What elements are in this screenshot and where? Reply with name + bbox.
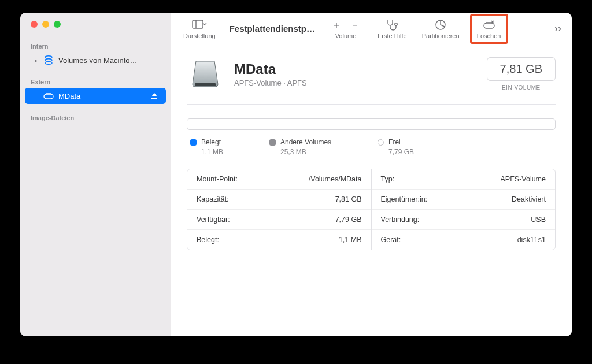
volume-subtitle: APFS-Volume · APFS [234, 79, 307, 87]
sidebar-section-images: Image-Dateien [20, 110, 171, 124]
svg-rect-6 [193, 20, 203, 28]
content: MData APFS-Volume · APFS 7,81 GB EIN VOL… [171, 45, 572, 262]
volume-size-caption: EIN VOLUME [487, 84, 556, 91]
erase-button-highlight: Löschen [470, 14, 508, 44]
toolbar-label: Partitionieren [422, 32, 460, 39]
legend-free: Frei 7,79 GB [378, 138, 414, 156]
stethoscope-icon [386, 18, 398, 31]
swatch-other [269, 139, 276, 146]
legend-value: 1,1 MB [190, 148, 223, 156]
view-mode-button[interactable]: Darstellung [179, 16, 220, 42]
legend-used: Belegt 1,1 MB [190, 138, 223, 156]
window-title: Festplattendienstp… [230, 24, 315, 34]
toolbar-label: Erste Hilfe [378, 32, 407, 39]
toolbar-label: Volume [335, 32, 357, 39]
remove-volume-button[interactable]: － [350, 18, 360, 32]
toolbar-label: Darstellung [183, 32, 216, 39]
window-controls [20, 21, 171, 38]
svg-point-0 [45, 56, 52, 58]
svg-point-1 [45, 59, 52, 61]
sidebar-item-label: Volumes von Macinto… [58, 56, 158, 65]
svg-rect-5 [151, 98, 157, 99]
legend-value: 7,79 GB [378, 148, 414, 156]
details-right-col: Typ:APFS-Volume Eigentümer:in:Deaktivier… [372, 169, 556, 250]
legend-other: Andere Volumes 25,3 MB [269, 138, 331, 156]
sidebar-section-internal: Intern [20, 38, 171, 52]
svg-point-8 [395, 23, 397, 25]
usage-bar [187, 118, 556, 130]
detail-row: Eigentümer:in:Deaktiviert [372, 190, 556, 210]
volume-size: 7,81 GB [487, 57, 556, 81]
detail-row: Mount-Point:/Volumes/MData [187, 169, 371, 190]
minimize-window-button[interactable] [42, 21, 49, 28]
sidebar-layout-icon [192, 18, 207, 31]
sidebar-section-external: Extern [20, 74, 171, 88]
legend-value: 25,3 MB [269, 148, 331, 156]
toolbar-label: Löschen [477, 32, 501, 39]
detail-row: Gerät:disk11s1 [372, 230, 556, 250]
svg-rect-3 [44, 94, 53, 99]
first-aid-button[interactable]: Erste Hilfe [373, 16, 412, 42]
swatch-free [378, 139, 384, 146]
disk-utility-window: Intern ▸ Volumes von Macinto… Extern MDa… [20, 13, 572, 336]
legend-label: Frei [388, 138, 401, 146]
pie-chart-icon [435, 18, 446, 31]
close-window-button[interactable] [31, 21, 38, 28]
disclosure-chevron-icon[interactable]: ▸ [33, 57, 39, 64]
sidebar-item-internal-volumes[interactable]: ▸ Volumes von Macinto… [25, 52, 166, 68]
svg-rect-14 [195, 83, 216, 86]
add-volume-button[interactable]: ＋ [331, 18, 342, 32]
volume-size-block: 7,81 GB EIN VOLUME [487, 57, 556, 91]
volume-name: MData [234, 61, 307, 77]
detail-row: Verfügbar:7,79 GB [187, 210, 371, 230]
sidebar: Intern ▸ Volumes von Macinto… Extern MDa… [20, 13, 171, 336]
volume-header: MData APFS-Volume · APFS 7,81 GB EIN VOL… [187, 55, 556, 105]
eject-icon[interactable] [151, 92, 158, 99]
zoom-window-button[interactable] [54, 21, 61, 28]
partition-button[interactable]: Partitionieren [417, 16, 464, 42]
legend-label: Andere Volumes [280, 138, 331, 146]
legend-label: Belegt [201, 138, 221, 146]
sidebar-item-mdata[interactable]: MData [25, 88, 166, 104]
swatch-used [190, 139, 197, 146]
erase-button[interactable]: Löschen [475, 17, 504, 40]
external-disk-icon [43, 91, 54, 101]
detail-row: Typ:APFS-Volume [372, 169, 556, 190]
usage-legend: Belegt 1,1 MB Andere Volumes 25,3 MB Fre… [187, 138, 556, 156]
volume-titles: MData APFS-Volume · APFS [234, 61, 307, 87]
details-left-col: Mount-Point:/Volumes/MData Kapazität:7,8… [187, 169, 372, 250]
details-table: Mount-Point:/Volumes/MData Kapazität:7,8… [187, 169, 556, 250]
detail-row: Belegt:1,1 MB [187, 230, 371, 250]
main-area: Darstellung Festplattendienstp… ＋ － Volu… [171, 13, 572, 336]
toolbar: Darstellung Festplattendienstp… ＋ － Volu… [171, 13, 572, 45]
volumes-stack-icon [43, 55, 54, 65]
toolbar-overflow-button[interactable]: ›› [552, 23, 564, 35]
volume-add-remove-group: ＋ － Volume [324, 16, 367, 42]
svg-point-2 [45, 62, 52, 64]
sidebar-item-label: MData [58, 92, 146, 101]
external-drive-icon [187, 55, 224, 92]
detail-row: Verbindung:USB [372, 210, 556, 230]
detail-row: Kapazität:7,81 GB [187, 190, 371, 210]
erase-disk-icon [483, 18, 495, 31]
svg-rect-10 [484, 23, 494, 28]
